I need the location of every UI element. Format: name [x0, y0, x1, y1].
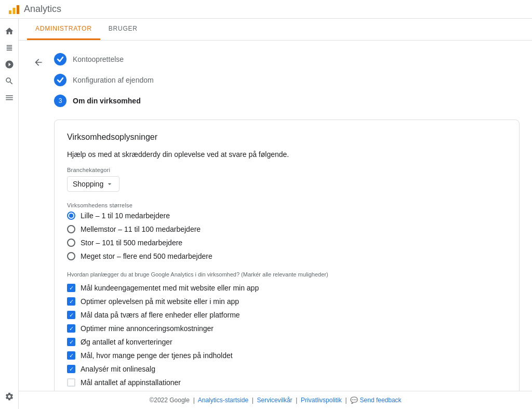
checkbox-u3-label: Mål data på tværs af flere enheder eller…	[81, 311, 240, 319]
step-2-circle	[54, 74, 66, 86]
content-area: ADMINISTRATOR BRUGER	[19, 19, 532, 409]
tabs-bar: ADMINISTRATOR BRUGER	[19, 19, 532, 41]
app-logo: Analytics	[8, 4, 61, 15]
step-3-circle: 3	[54, 95, 66, 107]
svg-rect-1	[13, 8, 16, 14]
checkbox-u1	[67, 284, 75, 292]
analytics-logo-icon	[8, 4, 20, 15]
sidebar-item-settings[interactable]	[3, 390, 16, 403]
feedback-icon: 💬	[350, 397, 358, 404]
steps-list: Kontooprettelse Konfiguration af ejendom…	[54, 53, 520, 391]
step-3-item: 3 Om din virksomhed	[54, 95, 520, 107]
usage-check-u6[interactable]: Mål, hvor mange penge der tjenes på indh…	[67, 351, 507, 360]
tab-bruger[interactable]: BRUGER	[100, 19, 146, 40]
radio-lille-label: Lille – 1 til 10 medarbejdere	[81, 212, 170, 220]
usage-check-u4[interactable]: Optimer mine annonceringsomkostninger	[67, 324, 507, 333]
app-title: Analytics	[24, 4, 61, 15]
tab-administrator[interactable]: ADMINISTRATOR	[27, 19, 100, 40]
footer-link-service[interactable]: Servicevilkår	[257, 397, 292, 404]
radio-stor-label: Stor – 101 til 500 medarbejdere	[81, 239, 182, 247]
radio-mellemstor-input	[67, 225, 75, 233]
checkbox-u5	[67, 338, 75, 346]
checkbox-u4-label: Optimer mine annonceringsomkostninger	[81, 324, 214, 333]
main-layout: ADMINISTRATOR BRUGER	[0, 19, 532, 409]
checkbox-u2	[67, 297, 75, 306]
step-3-label: Om din virksomhed	[73, 97, 141, 105]
usage-check-u5[interactable]: Øg antallet af konverteringer	[67, 338, 507, 346]
branch-dropdown[interactable]: Shopping	[67, 176, 119, 192]
step-3-number: 3	[59, 97, 62, 104]
radio-lille-input	[67, 212, 75, 220]
branch-value: Shopping	[73, 180, 103, 188]
usage-check-u7[interactable]: Analysér mit onlinesalg	[67, 365, 507, 373]
checkbox-u4	[67, 324, 75, 333]
footer: ©2022 Google | Analytics-startside | Ser…	[19, 391, 532, 409]
checkbox-u3	[67, 311, 75, 319]
size-radio-mellemstor[interactable]: Mellemstor – 11 til 100 medarbejdere	[67, 225, 507, 233]
radio-stor-input	[67, 239, 75, 247]
size-radio-lille[interactable]: Lille – 1 til 10 medarbejdere	[67, 212, 507, 220]
radio-meget-stor-input	[67, 252, 75, 260]
footer-link-privat[interactable]: Privatlivspolitik	[301, 397, 342, 404]
size-radio-stor[interactable]: Stor – 101 til 500 medarbejdere	[67, 239, 507, 247]
checkbox-u6	[67, 351, 75, 360]
steps-container: Kontooprettelse Konfiguration af ejendom…	[31, 53, 520, 391]
footer-copyright: ©2022 Google	[149, 397, 190, 404]
usage-check-u3[interactable]: Mål data på tværs af flere enheder eller…	[67, 311, 507, 319]
svg-rect-2	[17, 5, 19, 14]
size-radio-meget-stor[interactable]: Meget stor – flere end 500 medarbejdere	[67, 252, 507, 260]
checkbox-u8-label: Mål antallet af appinstallationer	[81, 378, 181, 387]
sidebar-item-home[interactable]	[3, 25, 16, 37]
svg-rect-0	[9, 10, 11, 14]
card-help-text: Hjælp os med at skrædderdy din oplevelse…	[67, 150, 507, 159]
checkbox-u2-label: Optimer oplevelsen på mit website eller …	[81, 297, 239, 306]
size-label: Virksomhedens størrelse	[67, 202, 507, 208]
step-1-circle	[54, 53, 66, 65]
radio-mellemstor-label: Mellemstor – 11 til 100 medarbejdere	[81, 225, 201, 233]
card-title: Virksomhedsoplysninger	[67, 133, 507, 142]
footer-link-feedback[interactable]: Send feedback	[360, 397, 402, 404]
step-2-label: Konfiguration af ejendom	[73, 76, 154, 84]
sidebar-item-search[interactable]	[3, 75, 16, 87]
sidebar-item-menu[interactable]	[3, 91, 16, 104]
back-navigation	[31, 53, 46, 391]
checkbox-u8	[67, 378, 75, 387]
step-1-label: Kontooprettelse	[73, 55, 124, 63]
size-radio-group: Lille – 1 til 10 medarbejdere Mellemstor…	[67, 212, 507, 260]
usage-check-u2[interactable]: Optimer oplevelsen på mit website eller …	[67, 297, 507, 306]
checkbox-u5-label: Øg antallet af konverteringer	[81, 338, 172, 346]
sidebar-item-explore[interactable]	[3, 58, 16, 71]
top-bar: Analytics	[0, 0, 532, 19]
usage-check-u1[interactable]: Mål kundeengagementet med mit website el…	[67, 284, 507, 292]
footer-link-analytics[interactable]: Analytics-startside	[198, 397, 248, 404]
checkbox-u7-label: Analysér mit onlinesalg	[81, 365, 155, 373]
checkbox-u7	[67, 365, 75, 373]
checkbox-u1-label: Mål kundeengagementet med mit website el…	[81, 284, 259, 292]
sidebar	[0, 19, 19, 409]
chevron-down-icon	[105, 180, 114, 188]
usage-checkbox-group: Mål kundeengagementet med mit website el…	[67, 284, 507, 391]
usage-check-u8[interactable]: Mål antallet af appinstallationer	[67, 378, 507, 387]
branch-label: Branchekategori	[67, 167, 507, 173]
radio-meget-stor-label: Meget stor – flere end 500 medarbejdere	[81, 252, 212, 260]
virksomhed-card: Virksomhedsoplysninger Hjælp os med at s…	[54, 120, 520, 391]
step-2-item: Konfiguration af ejendom	[54, 74, 520, 86]
back-arrow-button[interactable]	[31, 55, 46, 70]
step-1-item: Kontooprettelse	[54, 53, 520, 65]
page-content: Kontooprettelse Konfiguration af ejendom…	[19, 41, 532, 391]
checkbox-u6-label: Mål, hvor mange penge der tjenes på indh…	[81, 351, 233, 360]
usage-section-label: Hvordan planlægger du at bruge Google An…	[67, 271, 507, 279]
sidebar-item-reports[interactable]	[3, 42, 16, 54]
